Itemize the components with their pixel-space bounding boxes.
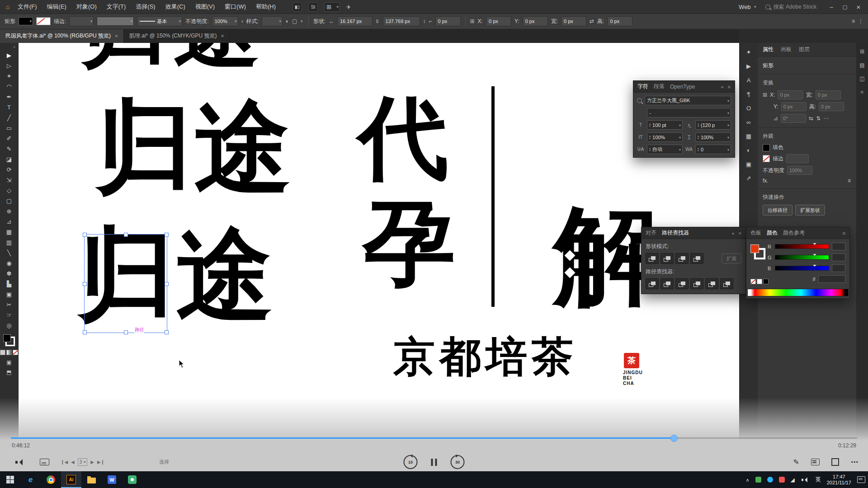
symbol-sprayer-tool[interactable]: ✽ (2, 268, 16, 279)
direct-selection-tool[interactable]: ▷ (2, 61, 16, 71)
adobe-stock-icon[interactable]: St (308, 2, 318, 12)
white-swatch[interactable] (757, 279, 762, 284)
artwork-word-middle[interactable]: 归途 (96, 96, 292, 198)
tab-character[interactable]: 字符 (637, 83, 648, 90)
character-panel-header[interactable]: 字符 段落 OpenType » ≡ (633, 81, 735, 93)
fill-proxy-swatch[interactable] (750, 244, 759, 253)
documents-icon[interactable]: ▮▯ (292, 2, 302, 12)
more-options-icon[interactable] (851, 458, 858, 466)
recolor-artwork-icon[interactable] (286, 18, 289, 24)
expand-tools-icon[interactable] (13, 44, 18, 50)
tray-app-icon[interactable] (755, 477, 761, 483)
board-panel-icon[interactable]: ◫ (859, 75, 864, 82)
scale-tool[interactable]: ⇲ (2, 175, 16, 185)
rectangle-tool[interactable]: ▭ (2, 123, 16, 133)
start-button[interactable] (0, 471, 20, 488)
share-icon[interactable] (346, 4, 351, 10)
artboard-number-dropdown[interactable]: 3▾ (78, 458, 88, 466)
selection-handle[interactable] (83, 233, 87, 237)
taskbar-green-app[interactable] (122, 471, 142, 488)
stroke-swatch[interactable] (36, 17, 51, 25)
font-style-dropdown[interactable]: - (647, 108, 731, 117)
fullscreen-icon[interactable] (831, 458, 839, 466)
selection-handle[interactable] (165, 330, 169, 334)
color-spectrum-bar[interactable] (747, 289, 849, 296)
pathfinder-panel-header[interactable]: 对齐 路径查找器 « × (642, 227, 745, 239)
outline-button[interactable] (705, 278, 718, 289)
network-icon[interactable] (791, 477, 795, 483)
blue-slider[interactable] (775, 266, 829, 271)
hex-field[interactable] (818, 275, 845, 283)
black-swatch[interactable] (763, 279, 769, 284)
leading-field[interactable]: (120 p (695, 120, 731, 130)
none-mode-icon[interactable] (13, 350, 18, 355)
opacity-more-icon[interactable]: › (241, 18, 243, 24)
last-artboard-icon[interactable]: ▶❙ (97, 460, 104, 465)
artwork-char-dai[interactable]: 代 (358, 93, 448, 183)
transform-icon[interactable] (590, 18, 594, 24)
green-slider[interactable] (775, 255, 829, 260)
screen-mode-icon[interactable]: ⬒ (6, 369, 11, 375)
brush-definition-dropdown[interactable]: 基本 (137, 16, 182, 26)
tab-layers[interactable]: 图层 (799, 46, 810, 53)
tab-opentype[interactable]: OpenType (670, 84, 695, 90)
fill-color-swatch[interactable] (763, 144, 770, 151)
slice-tool[interactable]: ✂ (2, 300, 16, 310)
action-center-icon[interactable] (857, 476, 865, 483)
merge-button[interactable] (675, 278, 689, 289)
grid-panel-icon[interactable]: ⊞ (860, 48, 864, 55)
lasso-tool[interactable]: ◠ (2, 81, 16, 92)
pause-button[interactable] (431, 459, 437, 466)
stock-search[interactable]: 搜索 Adobe Stock (765, 3, 816, 11)
minus-back-button[interactable] (720, 278, 733, 289)
minus-front-button[interactable] (660, 253, 674, 264)
tray-app-icon[interactable] (779, 477, 785, 483)
minimize-button[interactable] (825, 0, 838, 14)
fill-stroke-control[interactable] (3, 334, 15, 346)
links-panel-icon[interactable]: ∞ (743, 117, 755, 127)
artwork-brand-text[interactable]: 京都培茶 (393, 336, 578, 377)
red-value-field[interactable] (832, 243, 845, 250)
more-options-icon[interactable] (858, 18, 863, 24)
hash-panel-icon[interactable]: ⌗ (861, 89, 864, 95)
video-timeline[interactable] (11, 437, 857, 439)
red-slider[interactable] (775, 244, 829, 249)
artboard-tool[interactable]: ▣ (2, 289, 16, 300)
maximize-button[interactable] (838, 0, 852, 14)
flip-horizontal-icon[interactable]: ⇆ (809, 115, 813, 122)
fill-proxy[interactable] (3, 334, 11, 342)
horizontal-scale-field[interactable]: 100% (695, 132, 731, 142)
artwork-char-yun[interactable]: 孕 (363, 197, 455, 289)
menu-object[interactable]: 对象(O) (71, 3, 102, 11)
color-panel-header[interactable]: 色板 颜色 颜色参考 ≡ (746, 227, 849, 239)
expand-shape-button[interactable]: 扩展形状 (795, 205, 825, 216)
tab-pathfinder[interactable]: 路径查找器 (662, 229, 689, 237)
font-size-field[interactable]: 100 pt (647, 120, 683, 130)
next-artboard-icon[interactable]: ▶ (90, 460, 94, 465)
close-panel-icon[interactable]: × (739, 230, 741, 236)
previous-artboard-icon[interactable]: ◀ (71, 460, 75, 465)
menu-effect[interactable]: 效果(C) (160, 3, 190, 11)
annotate-icon[interactable] (793, 458, 799, 466)
shape-width-field[interactable]: 16.167 px (337, 16, 373, 26)
artwork-divider-bar[interactable] (491, 86, 495, 307)
crop-button[interactable] (690, 278, 703, 289)
input-method-indicator[interactable]: 英 (816, 476, 821, 483)
height-field[interactable]: 0 px (819, 102, 844, 111)
draw-mode-icon[interactable]: ▣ (6, 359, 11, 366)
taskbar-wps[interactable]: W (102, 471, 122, 488)
volume-button[interactable] (15, 453, 24, 471)
home-icon[interactable] (3, 3, 13, 10)
font-family-dropdown[interactable]: 方正兰亭大黑_GBK (645, 96, 731, 105)
none-swatch[interactable] (750, 279, 756, 284)
expand-button[interactable]: 扩展 (722, 253, 741, 263)
libraries-panel-icon[interactable]: ✦ (743, 47, 755, 56)
opacity-field[interactable]: 100% (787, 166, 812, 175)
menu-edit[interactable]: 编辑(E) (42, 3, 71, 11)
collapse-panel-icon[interactable]: » (721, 84, 723, 89)
green-value-field[interactable] (832, 253, 845, 261)
shape-height-field[interactable]: 137.769 px (383, 16, 420, 26)
eyedropper-tool[interactable]: ╲ (2, 248, 16, 258)
tab-color[interactable]: 颜色 (767, 229, 778, 237)
transform-panel-icon[interactable]: ▣ (743, 160, 755, 169)
